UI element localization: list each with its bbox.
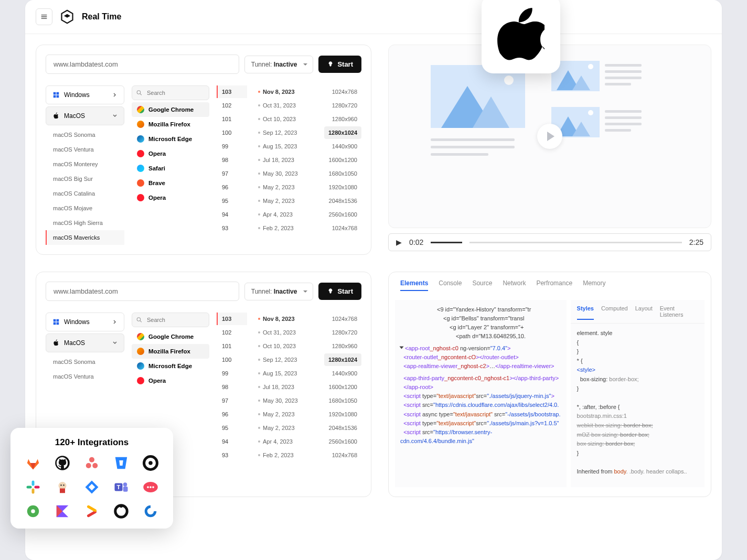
play-button[interactable] bbox=[537, 124, 562, 149]
date-item[interactable]: May 2, 2023 bbox=[254, 408, 312, 421]
menu-button[interactable] bbox=[36, 8, 52, 25]
date-item[interactable]: Jul 18, 2023 bbox=[254, 381, 312, 393]
resolution-item[interactable]: 1680x1050 bbox=[325, 394, 361, 407]
os-version-item[interactable]: macOS Sonoma bbox=[46, 127, 124, 142]
os-version-item[interactable]: macOS Sonoma bbox=[46, 354, 124, 369]
rocketchat-icon[interactable] bbox=[143, 479, 158, 495]
version-item[interactable]: 100 bbox=[217, 126, 247, 139]
version-item[interactable]: 100 bbox=[217, 353, 247, 366]
devtools-tab[interactable]: Elements bbox=[400, 279, 428, 291]
player-progress[interactable] bbox=[431, 242, 462, 243]
resolution-item[interactable]: 1280x960 bbox=[328, 113, 361, 125]
os-macos[interactable]: MacOS bbox=[46, 106, 124, 125]
date-item[interactable]: Aug 15, 2023 bbox=[254, 367, 312, 380]
date-item[interactable]: May 30, 2023 bbox=[254, 167, 312, 180]
version-item[interactable]: 101 bbox=[217, 340, 247, 352]
bitbucket-icon[interactable] bbox=[113, 455, 129, 471]
browser-item[interactable]: Brave bbox=[132, 176, 209, 190]
browser-search[interactable] bbox=[132, 85, 209, 100]
version-item[interactable]: 96 bbox=[217, 408, 247, 421]
styles-tab[interactable]: Styles bbox=[577, 305, 594, 320]
version-item[interactable]: 93 bbox=[217, 222, 247, 234]
os-version-item[interactable]: macOS High Sierra bbox=[46, 216, 124, 230]
circleci-icon[interactable] bbox=[143, 455, 158, 471]
browser-item[interactable]: Opera bbox=[132, 373, 209, 388]
version-item[interactable]: 95 bbox=[217, 195, 247, 207]
resolution-item[interactable]: 2048x1536 bbox=[325, 195, 361, 207]
start-button[interactable]: Start bbox=[318, 283, 361, 300]
resolution-item[interactable]: 2560x1600 bbox=[325, 208, 361, 221]
os-windows[interactable]: Windows bbox=[46, 313, 124, 331]
version-item[interactable]: 101 bbox=[217, 113, 247, 125]
browser-item[interactable]: Opera bbox=[132, 146, 209, 161]
date-item[interactable]: Oct 10, 2023 bbox=[254, 113, 312, 125]
resolution-item[interactable]: 2560x1600 bbox=[325, 435, 361, 448]
os-version-item[interactable]: macOS Big Sur bbox=[46, 171, 124, 186]
styles-pane[interactable]: StylesComputedLayoutEvent Listeners elem… bbox=[571, 300, 705, 487]
version-item[interactable]: 98 bbox=[217, 154, 247, 166]
devtools-tab[interactable]: Console bbox=[439, 279, 462, 291]
version-item[interactable]: 99 bbox=[217, 140, 247, 153]
browser-item[interactable]: Microsoft Edge bbox=[132, 132, 209, 146]
kotlin-icon[interactable] bbox=[55, 503, 70, 519]
browser-item[interactable]: Google Chrome bbox=[132, 329, 209, 344]
version-item[interactable]: 96 bbox=[217, 181, 247, 193]
play-icon[interactable]: ▶ bbox=[396, 238, 402, 246]
browser-item[interactable]: Safari bbox=[132, 161, 209, 176]
devtools-tab[interactable]: Memory bbox=[583, 279, 605, 291]
resolution-item[interactable]: 2048x1536 bbox=[325, 422, 361, 434]
resolution-item[interactable]: 1280x720 bbox=[328, 326, 361, 339]
url-input[interactable]: www.lambdatest.com bbox=[46, 55, 239, 74]
version-item[interactable]: 98 bbox=[217, 381, 247, 393]
url-input[interactable]: www.lambdatest.com bbox=[46, 282, 239, 301]
browser-item[interactable]: Opera bbox=[132, 190, 209, 205]
version-item[interactable]: 97 bbox=[217, 394, 247, 407]
slack-icon[interactable] bbox=[25, 479, 41, 495]
os-windows[interactable]: Windows bbox=[46, 85, 124, 104]
tunnel-select[interactable]: Tunnel: Inactive bbox=[244, 283, 314, 300]
os-macos[interactable]: MacOS bbox=[46, 333, 124, 352]
date-item[interactable]: Apr 4, 2023 bbox=[254, 208, 312, 221]
resolution-item[interactable]: 1920x1080 bbox=[325, 181, 361, 193]
resolution-item[interactable]: 1600x1200 bbox=[325, 154, 361, 166]
jira-icon[interactable] bbox=[84, 479, 100, 495]
date-item[interactable]: Oct 31, 2023 bbox=[254, 99, 312, 112]
jenkins-icon[interactable] bbox=[55, 479, 70, 495]
resolution-item[interactable]: 1440x900 bbox=[328, 367, 361, 380]
browser-item[interactable]: Mozilla Firefox bbox=[132, 344, 209, 359]
date-item[interactable]: Aug 15, 2023 bbox=[254, 140, 312, 153]
styles-tab[interactable]: Event Listeners bbox=[660, 305, 698, 320]
resolution-item[interactable]: 1600x1200 bbox=[325, 381, 361, 393]
date-item[interactable]: Feb 2, 2023 bbox=[254, 449, 312, 461]
resolution-item[interactable]: 1680x1050 bbox=[325, 167, 361, 180]
version-item[interactable]: 97 bbox=[217, 167, 247, 180]
version-item[interactable]: 102 bbox=[217, 326, 247, 339]
version-item[interactable]: 102 bbox=[217, 99, 247, 112]
devtools-tab[interactable]: Perfromance bbox=[536, 279, 572, 291]
os-version-item[interactable]: macOS Mavericks bbox=[46, 230, 124, 245]
resolution-item[interactable]: 1024x768 bbox=[328, 85, 361, 98]
gear-green-icon[interactable] bbox=[25, 503, 41, 519]
resolution-item[interactable]: 1280x1024 bbox=[324, 126, 361, 139]
resolution-item[interactable]: 1280x1024 bbox=[324, 353, 361, 366]
browser-item[interactable]: Microsoft Edge bbox=[132, 359, 209, 373]
date-item[interactable]: Oct 31, 2023 bbox=[254, 326, 312, 339]
date-item[interactable]: Nov 8, 2023 bbox=[254, 313, 312, 325]
github-icon[interactable] bbox=[55, 455, 70, 471]
browser-item[interactable]: Google Chrome bbox=[132, 102, 209, 117]
date-item[interactable]: Apr 4, 2023 bbox=[254, 435, 312, 448]
version-item[interactable]: 103 bbox=[217, 313, 247, 325]
version-item[interactable]: 95 bbox=[217, 422, 247, 434]
ring-icon[interactable] bbox=[113, 503, 129, 519]
os-version-item[interactable]: macOS Catalina bbox=[46, 186, 124, 201]
devtools-tab[interactable]: Network bbox=[503, 279, 526, 291]
date-item[interactable]: Jul 18, 2023 bbox=[254, 154, 312, 166]
os-version-item[interactable]: macOS Ventura bbox=[46, 369, 124, 384]
asana-icon[interactable] bbox=[84, 455, 100, 471]
resolution-item[interactable]: 1024x768 bbox=[328, 313, 361, 325]
resolution-item[interactable]: 1440x900 bbox=[328, 140, 361, 153]
dom-pane[interactable]: <9 id="Yandex-History" transform="tr <g … bbox=[395, 300, 567, 487]
version-item[interactable]: 103 bbox=[217, 85, 247, 98]
date-item[interactable]: May 2, 2023 bbox=[254, 195, 312, 207]
date-item[interactable]: Sep 12, 2023 bbox=[254, 126, 312, 139]
